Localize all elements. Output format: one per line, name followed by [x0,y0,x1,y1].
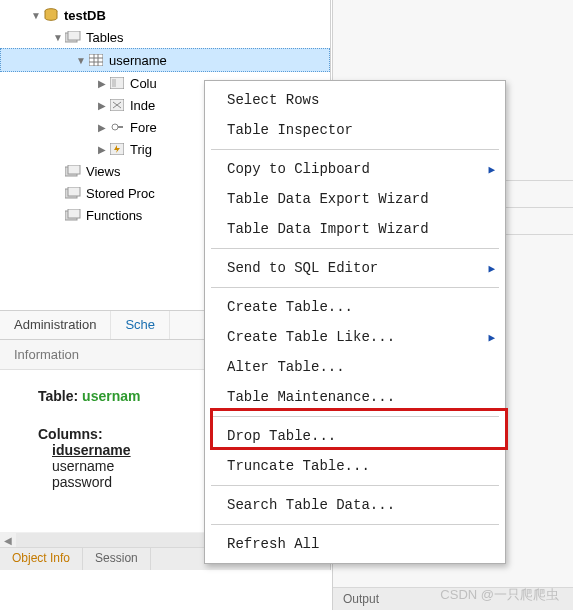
info-table-name: usernam [82,388,140,404]
app-root: testDB Tables username [0,0,573,610]
table-icon [87,52,105,68]
menu-item-label: Drop Table... [227,428,336,444]
svg-rect-19 [68,209,80,218]
menu-separator [211,248,499,249]
tab-object-info[interactable]: Object Info [0,548,83,570]
expand-icon[interactable] [75,55,87,66]
svg-rect-9 [112,79,116,87]
menu-item-send-to-sql-editor[interactable]: Send to SQL Editor▶ [205,253,505,283]
svg-rect-17 [68,187,80,196]
menu-item-label: Table Data Import Wizard [227,221,429,237]
database-icon [42,7,60,23]
tree-child-label: Fore [130,120,157,135]
scroll-left-icon[interactable]: ◀ [0,532,16,548]
svg-point-11 [112,124,118,130]
menu-item-truncate-table[interactable]: Truncate Table... [205,451,505,481]
tree-child-label: Colu [130,76,157,91]
submenu-arrow-icon: ▶ [488,163,495,176]
menu-item-label: Table Maintenance... [227,389,395,405]
menu-separator [211,485,499,486]
views-label: Views [86,164,120,179]
menu-separator [211,149,499,150]
menu-item-alter-table[interactable]: Alter Table... [205,352,505,382]
menu-item-create-table-like[interactable]: Create Table Like...▶ [205,322,505,352]
menu-separator [211,287,499,288]
menu-item-table-maintenance[interactable]: Table Maintenance... [205,382,505,412]
menu-item-copy-to-clipboard[interactable]: Copy to Clipboard▶ [205,154,505,184]
tree-child-label: Inde [130,98,155,113]
menu-item-label: Truncate Table... [227,458,370,474]
expand-icon[interactable] [96,78,108,89]
menu-separator [211,524,499,525]
submenu-arrow-icon: ▶ [488,262,495,275]
menu-item-search-table-data[interactable]: Search Table Data... [205,490,505,520]
svg-rect-12 [118,126,123,128]
menu-item-label: Refresh All [227,536,319,552]
menu-item-label: Send to SQL Editor [227,260,378,276]
tree-table-username[interactable]: username [0,48,330,72]
menu-item-label: Alter Table... [227,359,345,375]
triggers-icon [108,141,126,157]
menu-item-table-data-import-wizard[interactable]: Table Data Import Wizard [205,214,505,244]
expand-icon[interactable] [30,10,42,21]
tables-folder-icon [64,29,82,45]
menu-item-select-rows[interactable]: Select Rows [205,85,505,115]
expand-icon[interactable] [96,100,108,111]
menu-item-label: Table Data Export Wizard [227,191,429,207]
info-table-label: Table: [38,388,78,404]
expand-icon[interactable] [52,32,64,43]
db-label: testDB [64,8,106,23]
tree-child-label: Trig [130,142,152,157]
indexes-icon [108,97,126,113]
functions-icon [64,207,82,223]
svg-rect-3 [89,54,103,66]
menu-item-label: Create Table... [227,299,353,315]
stored-proc-icon [64,185,82,201]
foreign-keys-icon [108,119,126,135]
table-context-menu: Select RowsTable InspectorCopy to Clipbo… [204,80,506,564]
menu-separator [211,416,499,417]
menu-item-label: Create Table Like... [227,329,395,345]
menu-item-label: Copy to Clipboard [227,161,370,177]
views-icon [64,163,82,179]
columns-icon [108,75,126,91]
functions-label: Functions [86,208,142,223]
svg-rect-15 [68,165,80,174]
menu-item-label: Select Rows [227,92,319,108]
menu-item-label: Search Table Data... [227,497,395,513]
menu-item-table-data-export-wizard[interactable]: Table Data Export Wizard [205,184,505,214]
menu-item-label: Table Inspector [227,122,353,138]
menu-item-table-inspector[interactable]: Table Inspector [205,115,505,145]
menu-item-drop-table[interactable]: Drop Table... [205,421,505,451]
svg-rect-2 [68,31,80,40]
submenu-arrow-icon: ▶ [488,331,495,344]
menu-item-refresh-all[interactable]: Refresh All [205,529,505,559]
tree-db[interactable]: testDB [0,4,330,26]
menu-item-create-table[interactable]: Create Table... [205,292,505,322]
table-name-label: username [109,53,167,68]
expand-icon[interactable] [96,122,108,133]
expand-icon[interactable] [96,144,108,155]
tab-schemas[interactable]: Sche [111,311,170,339]
output-tab[interactable]: Output [333,587,573,610]
tab-session[interactable]: Session [83,548,151,570]
tree-tables[interactable]: Tables [0,26,330,48]
stored-proc-label: Stored Proc [86,186,155,201]
tables-label: Tables [86,30,124,45]
tab-administration[interactable]: Administration [0,311,111,339]
